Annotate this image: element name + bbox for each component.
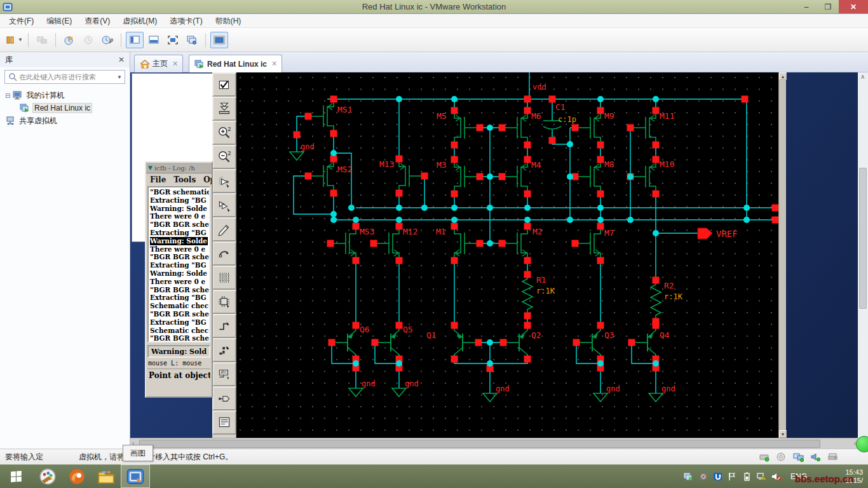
guest-hscrollbar[interactable]: ‹ ›	[130, 438, 858, 449]
usb-device-icon[interactable]	[696, 464, 711, 488]
pin-button[interactable]	[212, 386, 236, 410]
snapshot-manager-button[interactable]	[98, 32, 116, 48]
scroll-down-icon[interactable]: ▼	[779, 430, 787, 438]
windows-taskbar: ! ENG 15:43 2015/	[0, 464, 868, 488]
zoom-out-2x-button[interactable]: 2	[212, 145, 236, 169]
log-menu-file[interactable]: File	[150, 175, 166, 184]
network-adapter-icon[interactable]	[793, 452, 804, 462]
svg-text:2: 2	[227, 150, 231, 156]
tab-close-icon[interactable]: ✕	[271, 60, 277, 68]
svg-text:gnd: gnd	[496, 384, 510, 393]
browser-taskbar-button[interactable]	[62, 464, 92, 488]
vm-console-area[interactable]: 22abc vddMS1M5M6M9M11MS2M13M3M4M8M10MS3M…	[130, 72, 868, 449]
instance-button[interactable]	[212, 290, 236, 314]
menu-4[interactable]: 选项卡(T)	[163, 14, 208, 28]
log-line: "BGR BGR schem	[150, 253, 208, 261]
check-and-save-button[interactable]	[212, 72, 236, 97]
expander-icon[interactable]: ⊟	[5, 92, 10, 99]
svg-text:gnd: gnd	[301, 142, 315, 151]
wire-narrow-button[interactable]	[212, 314, 236, 338]
sidebar-item-1[interactable]: Red Hat Linux ic	[0, 102, 130, 114]
tab-vm[interactable]: Red Hat Linux ic✕	[189, 55, 282, 72]
property-button[interactable]	[212, 266, 236, 290]
delete-button[interactable]	[212, 217, 236, 241]
toolbar-separator	[205, 33, 206, 47]
schematic-vscrollbar[interactable]: ▲ ▼	[778, 72, 786, 438]
library-panel-button[interactable]	[126, 32, 144, 48]
scroll-up-icon[interactable]: ▲	[779, 72, 787, 80]
computer-icon	[12, 90, 24, 100]
sidebar-close-icon[interactable]: ✕	[118, 55, 125, 64]
search-input[interactable]	[19, 73, 116, 81]
printer-icon[interactable]	[827, 452, 839, 462]
tree-label: 共享虚拟机	[19, 116, 57, 126]
search-caret-icon[interactable]: ▼	[117, 74, 122, 80]
revert-snapshot-button[interactable]	[79, 32, 97, 48]
close-button[interactable]: ✕	[839, 0, 868, 13]
vm-tray-icon[interactable]	[682, 464, 696, 488]
svg-text:Q5: Q5	[403, 325, 413, 334]
undo-button[interactable]	[212, 241, 236, 266]
vmware-taskbar-button[interactable]	[121, 464, 150, 488]
screen: Red Hat Linux ic - VMware Workstation – …	[0, 0, 868, 488]
sidebar-item-2[interactable]: 共享虚拟机	[0, 114, 130, 127]
menubar: 文件(F)编辑(E)查看(V)虚拟机(M)选项卡(T)帮助(H)	[0, 14, 868, 28]
tree-label: Red Hat Linux ic	[33, 104, 92, 112]
log-menu-op[interactable]: Op	[203, 175, 212, 184]
console-view-button[interactable]	[210, 32, 228, 48]
wire-wide-button[interactable]	[212, 338, 236, 362]
unity-button[interactable]: i	[183, 32, 201, 48]
volume-muted-icon[interactable]	[770, 464, 784, 488]
restore-button[interactable]: ❐	[817, 0, 839, 13]
toolbar-separator	[55, 33, 56, 47]
uvnc-icon[interactable]	[711, 464, 726, 488]
zoom-in-2x-button[interactable]: 2	[212, 121, 236, 145]
wire-name-button[interactable]: abc	[212, 362, 236, 386]
save-button[interactable]	[212, 97, 236, 121]
taskbar-apps	[33, 464, 150, 488]
copy-button[interactable]	[212, 193, 236, 217]
svg-text:R1: R1	[536, 275, 546, 285]
menu-0[interactable]: 文件(F)	[3, 14, 40, 28]
paint-taskbar-button[interactable]	[33, 464, 62, 488]
tray-icons: !	[682, 464, 784, 488]
stretch-button[interactable]	[212, 169, 236, 193]
schematic-canvas[interactable]: vddMS1M5M6M9M11MS2M13M3M4M8M10MS3M12M1M2…	[236, 72, 778, 438]
tab-home[interactable]: 主页✕	[134, 55, 183, 72]
svg-text:C1: C1	[555, 102, 566, 112]
menu-5[interactable]: 帮助(H)	[209, 14, 248, 28]
scroll-up-icon[interactable]: ∧	[860, 73, 865, 80]
device-status-icons	[759, 452, 839, 462]
start-button[interactable]	[0, 464, 33, 488]
menu-2[interactable]: 查看(V)	[78, 14, 116, 28]
flag-icon[interactable]	[726, 464, 740, 488]
battery-icon[interactable]	[740, 464, 755, 488]
hdd-icon[interactable]	[759, 452, 770, 462]
thumbnail-bar-button[interactable]	[145, 32, 163, 48]
fullscreen-button[interactable]	[164, 32, 182, 48]
log-output[interactable]: "BGR schematicExtracting "BGWarning: Sol…	[147, 186, 210, 342]
guest-vscrollbar[interactable]: ∧ ∨	[858, 72, 868, 449]
icfb-log-window: ▼ icfb - Log: /h FileToolsOp "BGR schema…	[145, 161, 213, 398]
minimize-button[interactable]: –	[796, 0, 817, 13]
hscroll-thumb[interactable]	[139, 440, 820, 448]
ctrl-alt-del-button[interactable]	[33, 32, 51, 48]
vscroll-thumb[interactable]	[859, 168, 867, 309]
network-warning-icon[interactable]: !	[755, 464, 770, 488]
log-window-titlebar[interactable]: ▼ icfb - Log: /h	[146, 163, 212, 173]
cmd-options-button[interactable]	[212, 410, 236, 435]
tab-close-icon[interactable]: ✕	[172, 60, 178, 68]
take-snapshot-button[interactable]	[60, 32, 78, 48]
menu-3[interactable]: 虚拟机(M)	[116, 14, 163, 28]
collapse-icon[interactable]: ▼	[148, 165, 153, 171]
sound-icon[interactable]	[810, 452, 822, 462]
menu-1[interactable]: 编辑(E)	[40, 14, 78, 28]
cdrom-icon[interactable]	[776, 452, 787, 462]
svg-text:M4: M4	[531, 160, 541, 170]
log-line: Extracting "BG	[150, 229, 208, 237]
log-line: Warning: Solde	[150, 205, 208, 213]
suspend-button[interactable]: ▼	[4, 32, 24, 48]
explorer-taskbar-button[interactable]	[92, 464, 121, 488]
sidebar-item-0[interactable]: ⊟我的计算机	[0, 89, 130, 102]
log-menu-tools[interactable]: Tools	[173, 175, 196, 184]
